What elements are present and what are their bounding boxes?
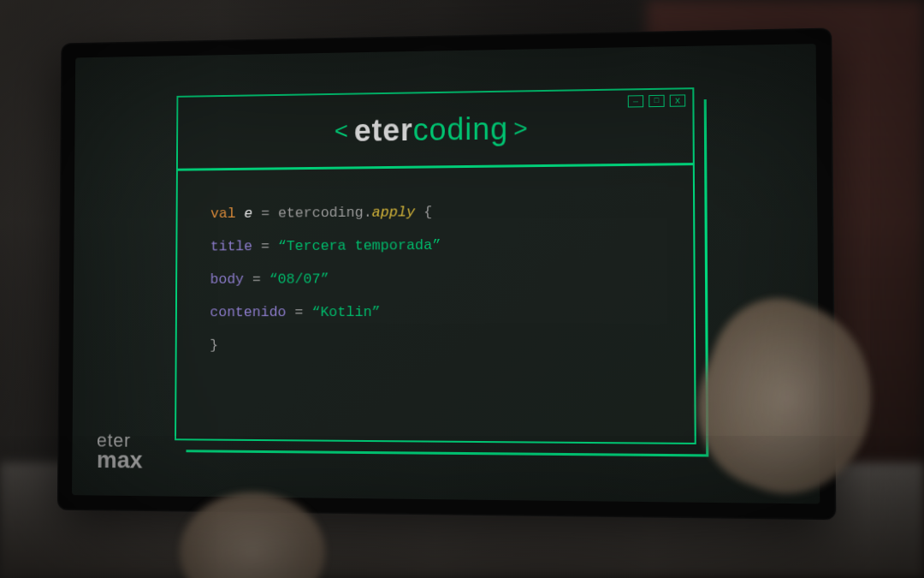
operator-equals: = [261,238,270,254]
prop-contenido: contenido [210,305,286,321]
brace-open: { [424,204,432,220]
etermax-logo: eter max [97,432,143,471]
string-title: “Tercera temporada” [278,237,441,254]
operator-equals: = [294,305,303,321]
close-icon [670,94,686,106]
code-line-1: val e = etercoding.apply { [210,194,658,230]
minimize-icon [628,95,643,107]
logo-line2: max [97,449,143,470]
method-apply: apply [372,204,415,220]
brand-part1: eter [354,112,413,147]
variable-e: e [244,206,252,222]
string-body: “08/07” [270,271,329,288]
code-line-3: body = “08/07” [210,261,658,296]
prop-body: body [210,271,245,288]
bracket-close-icon: > [513,115,528,142]
window-controls [628,94,685,107]
brand-part2: coding [413,110,509,146]
code-line-2: title = “Tercera temporada” [210,227,659,263]
code-area: val e = etercoding.apply { title = “Terc… [176,165,694,381]
window-titlebar: < etercoding > [178,89,693,170]
bracket-open-icon: < [335,117,349,145]
operator-equals: = [261,206,270,222]
object-etercoding: etercoding [278,205,364,222]
operator-equals: = [252,271,261,288]
scene: < etercoding > val e = [0,0,924,578]
prop-title: title [210,238,252,254]
string-contenido: “Kotlin” [311,304,380,320]
code-line-5: } [210,329,659,363]
brand-title: < etercoding > [335,110,529,149]
brace-close: } [210,337,218,354]
dot-operator: . [364,205,372,221]
window-frame: < etercoding > val e = [175,87,696,444]
code-line-4: contenido = “Kotlin” [210,295,658,330]
maximize-icon [649,95,664,107]
keyword-val: val [210,206,236,222]
code-window: < etercoding > val e = [175,87,696,444]
